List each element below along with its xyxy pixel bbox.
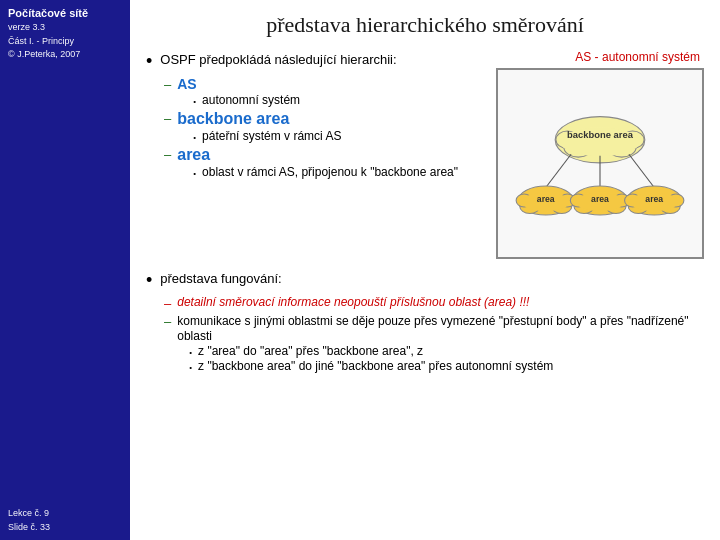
- bullet-dot-2: •: [146, 271, 152, 289]
- svg-line-7: [546, 154, 571, 187]
- app-title: Počítačové sítě: [8, 6, 122, 21]
- as-sub: • autonomní systém: [193, 93, 300, 107]
- dash-as: –: [164, 77, 171, 92]
- func1-text: detailní směrovací informace neopouští p…: [177, 295, 529, 309]
- part-label: Část I. - Principy: [8, 35, 122, 49]
- slide-info: Lekce č. 9 Slide č. 33: [8, 507, 50, 534]
- svg-text:backbone area: backbone area: [567, 129, 634, 140]
- func2-sub1: • z "area" do "area" přes "backbone area…: [189, 344, 704, 358]
- area-cloud-center: area: [570, 186, 629, 215]
- func2-sub2: • z "backbone area" do jiné "backbone ar…: [189, 359, 704, 373]
- sub-dot-as: •: [193, 97, 196, 106]
- bullet-dot-1: •: [146, 52, 152, 70]
- functioning-item1: – detailní směrovací informace neopouští…: [164, 295, 704, 311]
- svg-text:area: area: [645, 194, 663, 204]
- ospf-text: OSPF předpokládá následující hierarchii:: [160, 50, 396, 70]
- dash-backbone: –: [164, 111, 171, 126]
- area-cloud-left: area: [516, 186, 575, 215]
- func2-sub2-text: z "backbone area" do jiné "backbone area…: [198, 359, 553, 373]
- sub-dot-f2: •: [189, 363, 192, 372]
- as-item: – AS • autonomní systém: [164, 76, 486, 108]
- backbone-sub-text: páteřní systém v rámci AS: [202, 129, 341, 143]
- bullet-fungování: • představa fungování:: [146, 269, 704, 289]
- area-sub: • oblast v rámci AS, připojenou k "backb…: [193, 165, 458, 179]
- func2-content: komunikace s jinými oblastmi se děje pou…: [177, 313, 704, 374]
- backbone-sub-item: • páteřní systém v rámci AS: [193, 129, 341, 143]
- functioning-list: – detailní směrovací informace neopouští…: [164, 295, 704, 374]
- backbone-content: backbone area • páteřní systém v rámci A…: [177, 110, 341, 144]
- right-column: AS - autonomní systém backbone area: [496, 50, 704, 259]
- as-sub-item: • autonomní systém: [193, 93, 300, 107]
- svg-line-9: [629, 154, 654, 187]
- slide-label: Slide č. 33: [8, 521, 50, 535]
- fungování-text: představa fungování:: [160, 269, 281, 289]
- func2-sub1-text: z "area" do "area" přes "backbone area",…: [198, 344, 423, 358]
- as-sub-text: autonomní systém: [202, 93, 300, 107]
- func2-text: komunikace s jinými oblastmi se děje pou…: [177, 314, 688, 343]
- sidebar: Počítačové sítě verze 3.3 Část I. - Prin…: [0, 0, 130, 540]
- as-system-label: AS - autonomní systém: [496, 50, 704, 64]
- as-box: backbone area: [496, 68, 704, 259]
- area-sub-item: • oblast v rámci AS, připojenou k "backb…: [193, 165, 458, 179]
- sub-dot-backbone: •: [193, 133, 196, 142]
- area-cloud-right: area: [625, 186, 684, 215]
- bottom-section: • představa fungování: – detailní směrov…: [146, 269, 704, 374]
- diagram-svg: backbone area: [506, 80, 694, 240]
- left-column: • OSPF předpokládá následující hierarchi…: [146, 50, 486, 259]
- backbone-label: backbone area: [177, 110, 289, 127]
- as-content: AS • autonomní systém: [177, 76, 300, 108]
- functioning-item2: – komunikace s jinými oblastmi se děje p…: [164, 313, 704, 374]
- lecture-label: Lekce č. 9: [8, 507, 50, 521]
- backbone-item: – backbone area • páteřní systém v rámci…: [164, 110, 486, 144]
- backbone-sub: • páteřní systém v rámci AS: [193, 129, 341, 143]
- dash-func2: –: [164, 314, 171, 329]
- main-content: představa hierarchického směrování • OSP…: [130, 0, 720, 540]
- func2-sub: • z "area" do "area" přes "backbone area…: [189, 344, 704, 373]
- area-content: area • oblast v rámci AS, připojenou k "…: [177, 146, 458, 180]
- bullet-ospf: • OSPF předpokládá následující hierarchi…: [146, 50, 486, 70]
- dash-func1: –: [164, 296, 171, 311]
- sub-dot-f1: •: [189, 348, 192, 357]
- as-label: AS: [177, 76, 196, 92]
- svg-text:area: area: [591, 194, 609, 204]
- page-title: představa hierarchického směrování: [146, 12, 704, 38]
- author-label: © J.Peterka, 2007: [8, 48, 122, 62]
- dash-area: –: [164, 147, 171, 162]
- area-label: area: [177, 146, 210, 163]
- area-sub-text: oblast v rámci AS, připojenou k "backbon…: [202, 165, 458, 179]
- area-item: – area • oblast v rámci AS, připojenou k…: [164, 146, 486, 180]
- version-label: verze 3.3: [8, 21, 122, 35]
- content-row: • OSPF předpokládá následující hierarchi…: [146, 50, 704, 259]
- svg-text:area: area: [537, 194, 555, 204]
- hierarchy-list: – AS • autonomní systém –: [164, 76, 486, 180]
- sub-dot-area: •: [193, 169, 196, 178]
